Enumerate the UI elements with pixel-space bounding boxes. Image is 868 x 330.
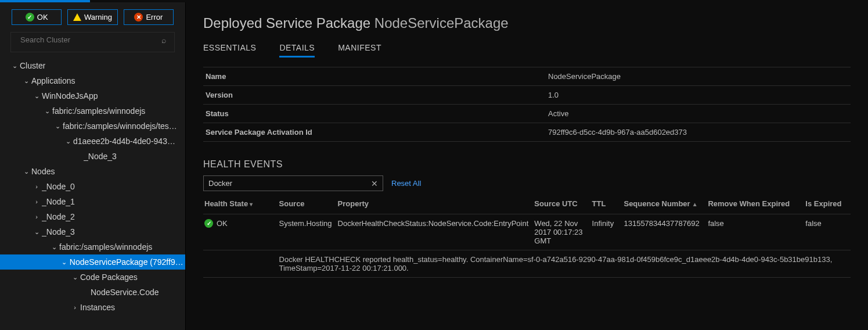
search-cluster-container: ⌕ xyxy=(10,32,175,52)
tree-node-3[interactable]: ⌄_Node_3 xyxy=(0,224,185,239)
filter-ok-label: OK xyxy=(37,13,48,21)
page-title: Deployed Service Package NodeServicePack… xyxy=(203,15,851,31)
tab-essentials[interactable]: ESSENTIALS xyxy=(203,43,256,58)
clear-search-icon[interactable]: ✕ xyxy=(370,179,379,188)
tree-service-fabric-winnodejs[interactable]: ⌄fabric:/samples/winnodejs xyxy=(0,103,185,119)
tree-nodes[interactable]: ⌄Nodes xyxy=(0,164,185,179)
tree-nodeservice-code[interactable]: NodeService.Code xyxy=(0,285,185,300)
chevron-down-icon: ⌄ xyxy=(23,168,29,175)
tree-code-packages[interactable]: ⌄Code Packages xyxy=(0,270,185,285)
chevron-down-icon: ⌄ xyxy=(55,123,60,130)
search-cluster-input[interactable] xyxy=(19,33,161,47)
chevron-down-icon: ⌄ xyxy=(44,107,50,115)
tab-details[interactable]: DETAILS xyxy=(279,43,315,58)
chevron-right-icon: › xyxy=(34,213,39,220)
essentials-row: StatusActive xyxy=(203,105,851,123)
essentials-row: NameNodeServicePackage xyxy=(203,67,851,86)
ok-icon: ✓ xyxy=(204,219,213,228)
health-events-title: HEALTH EVENTS xyxy=(203,159,851,170)
health-events-table: Health State▾ Source Property Source UTC… xyxy=(203,196,851,278)
tree-node-0[interactable]: ›_Node_0 xyxy=(0,179,185,194)
essentials-row: Service Package Activation Id792ff9c6-d5… xyxy=(203,123,851,142)
col-sequence-number[interactable]: Sequence Number▲ xyxy=(622,196,707,214)
col-remove-when-expired[interactable]: Remove When Expired xyxy=(707,196,804,214)
filter-error-button[interactable]: ✕Error xyxy=(124,9,174,25)
health-events-search: ✕ xyxy=(203,175,383,191)
tab-manifest[interactable]: MANIFEST xyxy=(338,43,381,58)
essentials-row: Version1.0 xyxy=(203,86,851,105)
sidebar: ✓OK Warning ✕Error ⌕ ⌄Cluster ⌄Applicati… xyxy=(0,2,186,330)
search-icon: ⌕ xyxy=(161,35,166,45)
chevron-down-icon: ⌄ xyxy=(12,62,17,70)
filter-icon: ▾ xyxy=(250,201,253,207)
filter-warning-label: Warning xyxy=(84,13,112,21)
chevron-right-icon: › xyxy=(34,198,39,205)
chevron-down-icon: ⌄ xyxy=(34,228,39,236)
chevron-down-icon: ⌄ xyxy=(72,274,78,281)
chevron-down-icon: ⌄ xyxy=(51,243,57,251)
warning-icon xyxy=(73,13,81,21)
tree-replica[interactable]: ⌄d1aeee2b-4d4b-4de0-943… xyxy=(0,134,185,149)
tree-cluster[interactable]: ⌄Cluster xyxy=(0,58,185,73)
col-health-state[interactable]: Health State▾ xyxy=(203,196,278,214)
col-is-expired[interactable]: Is Expired xyxy=(804,196,851,214)
health-filter-row: ✓OK Warning ✕Error xyxy=(0,9,185,32)
col-source[interactable]: Source xyxy=(278,196,337,214)
chevron-down-icon: ⌄ xyxy=(65,138,71,145)
tree-node-service-package[interactable]: ⌄NodeServicePackage (792ff9c… xyxy=(0,254,185,270)
ok-icon: ✓ xyxy=(26,13,34,21)
tree-node-2[interactable]: ›_Node_2 xyxy=(0,209,185,224)
chevron-down-icon: ⌄ xyxy=(34,92,39,100)
filter-warning-button[interactable]: Warning xyxy=(67,9,117,25)
tree-node3-service[interactable]: ⌄fabric:/samples/winnodejs xyxy=(0,239,185,254)
health-event-row[interactable]: ✓OK System.Hosting DockerHealthCheckStat… xyxy=(203,214,851,250)
tree-applications[interactable]: ⌄Applications xyxy=(0,73,185,88)
tree-partition[interactable]: ⌄fabric:/samples/winnodejs/tes… xyxy=(0,119,185,134)
sort-asc-icon: ▲ xyxy=(692,201,698,207)
tree-replica-node[interactable]: _Node_3 xyxy=(0,149,185,164)
col-ttl[interactable]: TTL xyxy=(591,196,623,214)
health-event-description-row: Docker HEALTHCHECK reported health_statu… xyxy=(203,250,851,278)
cluster-tree: ⌄Cluster ⌄Applications ⌄WinNodeJsApp ⌄fa… xyxy=(0,58,185,330)
tabs: ESSENTIALS DETAILS MANIFEST xyxy=(203,43,851,58)
filter-error-label: Error xyxy=(146,13,163,21)
reset-all-link[interactable]: Reset All xyxy=(391,179,421,188)
health-events-search-input[interactable] xyxy=(207,177,370,189)
chevron-right-icon: › xyxy=(34,183,39,190)
chevron-down-icon: ⌄ xyxy=(62,259,67,266)
col-property[interactable]: Property xyxy=(337,196,534,214)
content-pane: Deployed Service Package NodeServicePack… xyxy=(186,2,868,330)
filter-ok-button[interactable]: ✓OK xyxy=(12,9,62,25)
tree-instances[interactable]: ›Instances xyxy=(0,300,185,315)
tree-node-1[interactable]: ›_Node_1 xyxy=(0,194,185,209)
essentials-table: NameNodeServicePackage Version1.0 Status… xyxy=(203,67,851,142)
chevron-right-icon: › xyxy=(72,304,78,311)
chevron-down-icon: ⌄ xyxy=(23,77,29,85)
col-source-utc[interactable]: Source UTC xyxy=(533,196,590,214)
error-icon: ✕ xyxy=(134,13,143,21)
tree-app-winnodejs[interactable]: ⌄WinNodeJsApp xyxy=(0,88,185,103)
health-events-filter-row: ✕ Reset All xyxy=(203,175,851,191)
